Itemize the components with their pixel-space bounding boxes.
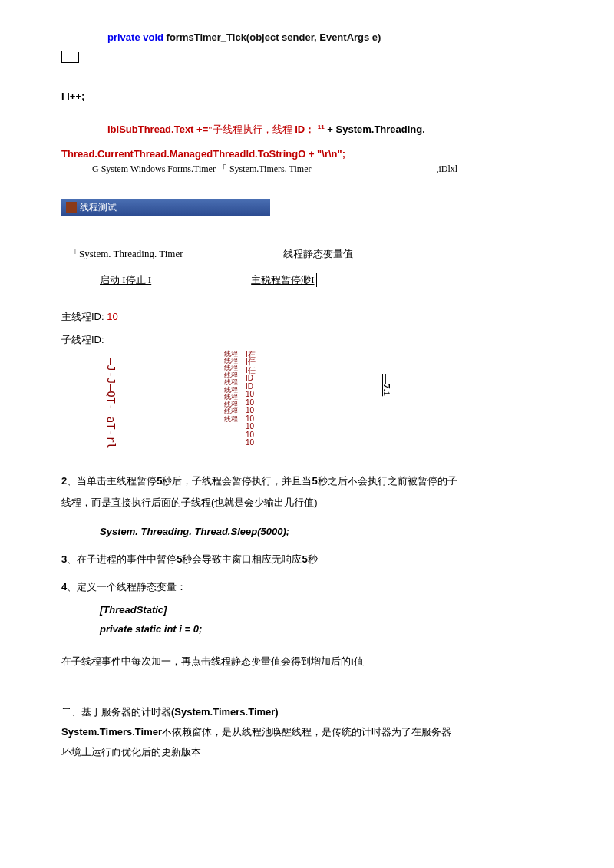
plus-sys: + System.Threading. (325, 124, 425, 135)
sec2a: System.Timers.Timer (61, 726, 162, 738)
code-threadstatic: [ThreadStatic] (100, 603, 553, 617)
p2e: 秒之后不会执行之前被暂停的子 (318, 475, 457, 487)
p2c: 秒后，子线程会暂停执行，并且当 (162, 475, 312, 487)
timer-label: 「System. Threading. Timer (69, 247, 183, 261)
string-literal: "子线程执行，线程 (208, 124, 292, 135)
code-declaration: private void formsTimer_Tick(object send… (107, 31, 553, 45)
p4a: 、定义一个线程静态变量： (67, 581, 187, 592)
p5a: 在子线程事件中每次加一，再点击线程静态变量值会得到增加后的 (61, 655, 351, 667)
sec-a: 二、基于服务器的计时器 (61, 706, 171, 718)
code-increment: I i++; (61, 90, 553, 104)
method-sig: formsTimer_Tick(object sender, EventArgs… (167, 31, 381, 43)
box-indicator (61, 45, 553, 67)
paragraph-4: 4、定义一个线程静态变量： (61, 580, 553, 594)
section-2: 二、基于服务器的计时器(System.Timers.Timer) System.… (61, 702, 553, 762)
p3a: 、在子进程的事件中暂停 (67, 553, 177, 565)
code-line-2: IblSubThread.Text +="子线程执行，线程 ID： 11 + S… (107, 123, 553, 137)
paragraph-2: 2、当单击主线程暂停5秒后，子线程会暂停执行，并且当5秒之后不会执行之前被暂停的… (61, 470, 553, 514)
paragraph-3: 3、在子进程的事件中暂停5秒会导致主窗口相应无响应5秒 (61, 553, 553, 566)
ui-row-1: 「System. Threading. Timer 线程静态变量值 (61, 247, 553, 261)
start-stop-button[interactable]: 启动 I停止 I (100, 273, 151, 287)
p3e: 秒 (308, 553, 318, 565)
note-line: G System Windows Forms.Timer 「 System.Ti… (92, 163, 553, 176)
code-line-3: Thread.CurrentThread.ManagedThreadld.ToS… (61, 147, 553, 161)
p3d: 5 (302, 553, 307, 565)
code-sleep: System. Threading. Thread.Sleep(5000); (100, 525, 553, 539)
keyword: private void (107, 31, 167, 43)
thread-graphic: —J-J—QT- aT-rl 线程 线程 线程 线程 线程 线程 线程 线程 线… (107, 351, 553, 447)
sec-b: (System.Timers.Timer) (171, 706, 279, 718)
titlebar-icon (66, 202, 77, 213)
main-thread-id: 主线程ID: 10 (61, 310, 553, 324)
sub-thread-id: 子线程ID: (61, 333, 553, 347)
code-static-int: private static int i = 0; (100, 622, 553, 636)
id-column: I在 I任 I任 ID ID 10 10 10 10 10 10 10 (246, 351, 256, 447)
note-text: G System Windows Forms.Timer 「 System.Ti… (92, 163, 311, 174)
sec2b: 不依赖窗体，是从线程池唤醒线程，是传统的计时器为了在服务器 (162, 726, 451, 738)
p2a: 、当单击主线程暂停 (67, 475, 157, 487)
paragraph-5: 在子线程事件中每次加一，再点击线程静态变量值会得到增加后的i值 (61, 652, 553, 672)
p2f: 线程，而是直接执行后面的子线程(也就是会少输出几行值) (61, 497, 318, 508)
p5c: 值 (354, 655, 364, 667)
main-thread-value: 10 (107, 311, 117, 322)
vertical-7: —7.1 (386, 374, 394, 396)
sec2c: 环境上运行而优化后的更新版本 (61, 746, 201, 757)
superscript: 11 (318, 124, 325, 130)
static-var-label: 线程静态变量值 (283, 247, 353, 261)
titlebar-text: 线程测试 (80, 201, 117, 214)
p2d: 5 (312, 475, 317, 487)
id-label: ID： (292, 124, 315, 135)
thread-column: 线程 线程 线程 线程 线程 线程 线程 线程 线程 线程 (224, 351, 238, 423)
p3c: 秒会导致主窗口相应无响应 (182, 553, 302, 565)
ui-row-2: 启动 I停止 I 主税程暂停渺I (61, 273, 553, 287)
pause-button[interactable]: 主税程暂停渺I (251, 273, 316, 287)
window-titlebar: 线程测试 (61, 199, 270, 216)
vertical-text-1: —J-J—QT- aT-rl (111, 358, 118, 449)
main-thread-label: 主线程ID: (61, 311, 107, 322)
idlxl: ,iDlxl (436, 163, 457, 174)
lbl-prefix: IblSubThread.Text += (107, 124, 208, 135)
